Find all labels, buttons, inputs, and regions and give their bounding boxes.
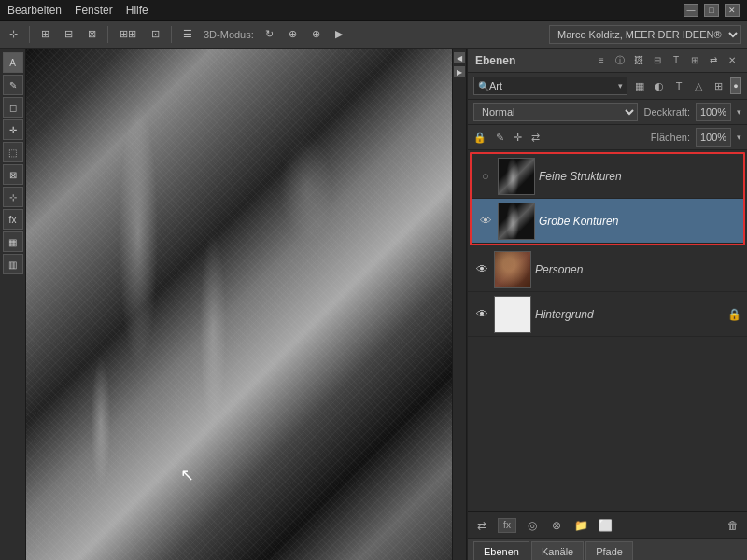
panel-link-icon[interactable]: ⇄	[706, 53, 721, 68]
fill-input[interactable]	[696, 128, 731, 147]
panel-image-icon[interactable]: 🖼	[631, 53, 646, 68]
panel-adjust-icon[interactable]: ⊞	[687, 53, 702, 68]
blend-mode-select[interactable]: Normal	[473, 103, 638, 121]
toolbar-distribute[interactable]: ⊞⊞	[116, 26, 140, 42]
layer-group-button[interactable]: 📁	[572, 517, 589, 534]
toolbar-align-left[interactable]: ⊞	[37, 26, 53, 42]
tool-move[interactable]: ✛	[3, 119, 23, 140]
link-icon-row: ⇄	[531, 132, 540, 144]
close-button[interactable]: ✕	[725, 4, 740, 17]
layer-row-personen[interactable]: 👁 Personen	[468, 247, 747, 292]
toolbar-3d-orbit[interactable]: ↻	[261, 26, 277, 42]
layer-visibility-grobe[interactable]: 👁	[477, 213, 494, 230]
layer-fx-button[interactable]: fx	[498, 518, 516, 533]
fill-row: 🔒 ✎ ✛ ⇄ Flächen: ▾	[468, 125, 747, 150]
opacity-input[interactable]	[696, 103, 731, 121]
canvas-artwork	[26, 49, 452, 560]
layer-visibility-hintergrund[interactable]: 👁	[473, 306, 490, 323]
maximize-button[interactable]: □	[704, 4, 719, 17]
menu-fenster[interactable]: Fenster	[75, 4, 113, 17]
layer-new-button[interactable]: ⬜	[597, 517, 613, 534]
right-panel: Ebenen ≡ ⓘ 🖼 ⊟ T ⊞ ⇄ ✕ 🔍 ▾	[467, 49, 747, 560]
layer-delete-button[interactable]: 🗑	[725, 517, 741, 534]
layer-visibility-personen[interactable]: 👁	[473, 261, 490, 278]
layer-row-hintergrund[interactable]: 👁 Hintergrund 🔒	[468, 292, 747, 337]
tool-select[interactable]: ⬚	[3, 142, 23, 162]
filter-adjust-icon[interactable]: ◐	[651, 77, 668, 94]
mid-expand[interactable]: ▶	[454, 66, 465, 77]
toolbar-sep-2	[107, 26, 108, 43]
filter-pixel-icon[interactable]: ▦	[631, 77, 648, 94]
tab-kanaele[interactable]: Kanäle	[531, 541, 584, 560]
tool-gradient[interactable]: ▦	[3, 231, 23, 252]
tools-sidebar: A ✎ ◻ ✛ ⬚ ⊠ ⊹ fx ▦ ▥	[0, 49, 26, 560]
panel-mask-icon[interactable]: ⊟	[650, 53, 665, 68]
toolbar-3d-settings[interactable]: ☰	[179, 26, 196, 42]
toolbar-sep-3	[171, 26, 172, 43]
layer-adjustment-button[interactable]: ⊗	[548, 517, 565, 534]
canvas-area[interactable]: ↖	[26, 49, 452, 560]
lock-icon-row: 🔒	[473, 132, 486, 144]
search-dropdown-arrow[interactable]: ▾	[618, 81, 623, 91]
toolbar-align-center[interactable]: ⊟	[61, 26, 77, 42]
layer-row-feine-strukturen[interactable]: ○ Feine Strukturen	[472, 154, 743, 199]
blend-row: Normal Deckkraft: ▾	[468, 100, 747, 125]
filter-type-icon[interactable]: T	[670, 77, 687, 94]
layer-mask-button[interactable]: ◎	[524, 517, 541, 534]
layer-lock-hintergrund: 🔒	[727, 308, 741, 321]
toolbar-spacing[interactable]: ⊡	[148, 26, 163, 42]
brush-icon-row: ✎	[496, 132, 504, 144]
tab-pfade[interactable]: Pfade	[585, 541, 633, 560]
mid-strip: ◀ ▶	[452, 49, 467, 560]
tool-text[interactable]: A	[3, 52, 23, 73]
toolbar-3d-pan[interactable]: ⊕	[285, 26, 301, 42]
tool-eyedropper[interactable]: ⊹	[3, 187, 23, 207]
opacity-arrow[interactable]: ▾	[737, 107, 741, 117]
thumb-edges-feine	[499, 159, 534, 194]
panel-info-icon[interactable]: ⓘ	[613, 53, 627, 68]
search-input[interactable]	[489, 80, 618, 91]
tool-eraser[interactable]: ◻	[3, 97, 23, 118]
tool-fx-layer[interactable]: fx	[3, 209, 23, 230]
layer-thumb-grobe	[498, 203, 535, 240]
layer-thumb-hintergrund	[494, 296, 531, 333]
layers-panel: Ebenen ≡ ⓘ 🖼 ⊟ T ⊞ ⇄ ✕ 🔍 ▾	[468, 49, 747, 560]
layer-name-hintergrund: Hintergrund	[535, 308, 724, 321]
fill-arrow[interactable]: ▾	[737, 133, 741, 142]
filter-toggle-button[interactable]: ●	[730, 77, 741, 94]
fill-label: Flächen:	[651, 132, 690, 143]
layer-visibility-feine[interactable]: ○	[477, 168, 494, 185]
profile-dropdown[interactable]: Marco Kolditz, MEER DER IDEEN®	[549, 25, 741, 44]
panel-title: Ebenen	[475, 54, 515, 67]
layer-link-button[interactable]: ⇄	[473, 517, 490, 534]
tool-shape[interactable]: ▥	[3, 254, 23, 274]
layer-row-grobe-konturen[interactable]: 👁 Grobe Konturen	[472, 199, 743, 244]
menu-hilfe[interactable]: Hilfe	[126, 4, 148, 17]
search-icon: 🔍	[478, 81, 489, 91]
layer-name-grobe: Grobe Konturen	[539, 215, 738, 228]
panel-header-icons: ≡ ⓘ 🖼 ⊟ T ⊞ ⇄ ✕	[594, 53, 740, 68]
filter-icons: ▦ ◐ T △ ⊞	[631, 77, 726, 94]
filter-smart-icon[interactable]: ⊞	[710, 77, 726, 94]
panel-menu-icon[interactable]: ≡	[594, 53, 609, 68]
panel-header: Ebenen ≡ ⓘ 🖼 ⊟ T ⊞ ⇄ ✕	[468, 49, 747, 73]
panel-type-icon[interactable]: T	[669, 53, 684, 68]
menu-bar: Bearbeiten Fenster Hilfe	[7, 4, 148, 17]
layer-selection-highlight: ○ Feine Strukturen 👁 Grobe Konturen	[470, 152, 745, 245]
panel-close-icon[interactable]: ✕	[725, 53, 740, 68]
mid-collapse[interactable]: ◀	[454, 52, 465, 63]
opacity-label: Deckkraft:	[643, 106, 690, 118]
toolbar-align-right[interactable]: ⊠	[84, 26, 100, 42]
minimize-button[interactable]: —	[684, 4, 698, 17]
layers-search-row: 🔍 ▾ ▦ ◐ T △ ⊞ ●	[468, 73, 747, 100]
filter-shape-icon[interactable]: △	[690, 77, 707, 94]
toolbar-move-tool[interactable]: ⊹	[6, 26, 21, 42]
toolbar-3d-zoom[interactable]: ⊕	[308, 26, 324, 42]
toolbar-3d-roll[interactable]: ▶	[331, 26, 346, 42]
tab-ebenen[interactable]: Ebenen	[473, 541, 529, 560]
menu-bearbeiten[interactable]: Bearbeiten	[7, 4, 62, 17]
tool-brush[interactable]: ✎	[3, 75, 23, 95]
search-input-wrap[interactable]: 🔍 ▾	[473, 77, 627, 95]
layer-name-personen: Personen	[535, 263, 741, 276]
tool-crop[interactable]: ⊠	[3, 164, 23, 185]
